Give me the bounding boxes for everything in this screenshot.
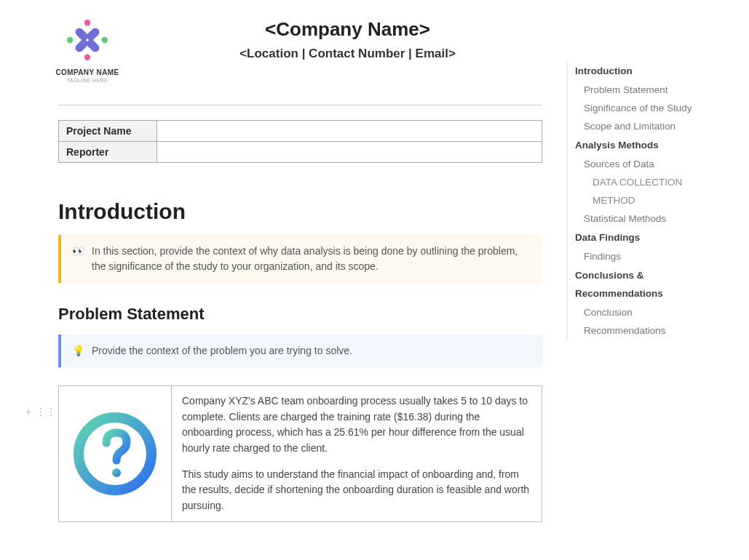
header: COMPANY NAME TAGLINE HERE <Company Name>… (58, 15, 542, 83)
company-logo-icon (62, 15, 113, 65)
divider (58, 105, 542, 105)
bulb-icon: 💡 (72, 343, 84, 359)
project-info-table: Project Name Reporter (58, 120, 542, 163)
project-name-label: Project Name (59, 121, 157, 142)
eyes-icon: 👀 (72, 244, 84, 259)
svg-point-7 (67, 37, 73, 43)
question-mark-icon (71, 410, 159, 497)
problem-callout: 💡 Provide the context of the problem you… (58, 335, 542, 367)
toc-item[interactable]: Significance of the Study (575, 100, 726, 118)
toc-item[interactable]: Problem Statement (575, 81, 726, 100)
reporter-value[interactable] (157, 142, 542, 163)
contact-line: <Location | Contact Number | Email> (153, 47, 542, 61)
introduction-heading: Introduction (58, 199, 542, 224)
company-name-title: <Company Name> (153, 18, 542, 41)
toc-item[interactable]: Introduction (575, 62, 726, 81)
table-row: Reporter (59, 142, 542, 163)
document-body: COMPANY NAME TAGLINE HERE <Company Name>… (58, 0, 542, 522)
block-hover-controls: + ⋮⋮ (25, 406, 56, 417)
toc-item[interactable]: Findings (575, 248, 726, 266)
problem-body-p1: Company XYZ's ABC team onboarding proces… (182, 393, 531, 457)
problem-content-block[interactable]: Company XYZ's ABC team onboarding proces… (58, 385, 542, 522)
svg-rect-0 (85, 26, 101, 42)
outline-sidebar: Introduction Problem Statement Significa… (566, 62, 726, 340)
toc-item[interactable]: Conclusions & Recommendations (575, 266, 726, 304)
toc-item[interactable]: Conclusion (575, 304, 726, 322)
toc-item[interactable]: Data Findings (575, 228, 726, 248)
problem-callout-text: Provide the context of the problem you a… (92, 343, 352, 359)
logo-tagline: TAGLINE HERE (44, 78, 131, 83)
table-row: Project Name (59, 121, 542, 142)
logo-block: COMPANY NAME TAGLINE HERE (44, 15, 131, 83)
svg-rect-1 (85, 38, 101, 54)
svg-rect-2 (74, 38, 90, 54)
svg-rect-3 (74, 26, 90, 42)
title-block: <Company Name> <Location | Contact Numbe… (153, 15, 542, 61)
problem-body-p2: This study aims to understand the financ… (182, 467, 531, 514)
toc-item[interactable]: Statistical Methods (575, 210, 726, 228)
svg-point-5 (102, 37, 108, 43)
svg-point-9 (112, 468, 121, 477)
problem-image-cell (59, 386, 172, 521)
problem-statement-heading: Problem Statement (58, 305, 542, 324)
problem-text-cell: Company XYZ's ABC team onboarding proces… (172, 386, 542, 521)
intro-callout: 👀 In this section, provide the context o… (58, 235, 542, 283)
drag-handle-icon[interactable]: ⋮⋮ (36, 406, 56, 417)
logo-title: COMPANY NAME (44, 68, 131, 76)
toc-item[interactable]: Recommendations (575, 322, 726, 340)
project-name-value[interactable] (157, 121, 542, 142)
toc-item[interactable]: Analysis Methods (575, 136, 726, 156)
intro-callout-text: In this section, provide the context of … (92, 244, 531, 274)
svg-point-4 (84, 20, 90, 25)
toc-item[interactable]: Sources of Data (575, 156, 726, 174)
toc-item[interactable]: DATA COLLECTION METHOD (575, 174, 726, 210)
reporter-label: Reporter (59, 142, 157, 163)
add-block-button[interactable]: + (25, 406, 31, 417)
svg-point-6 (84, 55, 90, 60)
toc-item[interactable]: Scope and Limitation (575, 118, 726, 136)
